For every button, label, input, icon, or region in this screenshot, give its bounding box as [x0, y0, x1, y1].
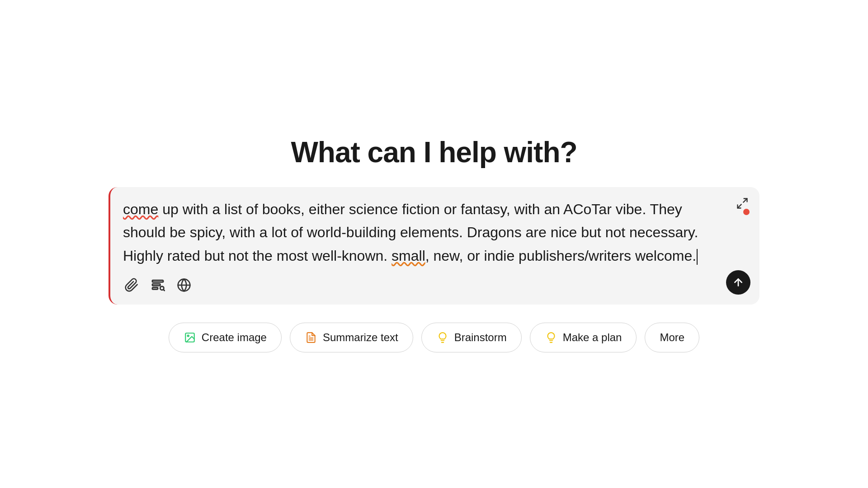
make-a-plan-button[interactable]: Make a plan [530, 323, 637, 352]
svg-line-0 [743, 199, 747, 202]
send-button[interactable] [726, 270, 750, 295]
svg-rect-2 [152, 280, 163, 282]
more-button[interactable]: More [645, 323, 699, 352]
spellcheck-word-come: come [123, 201, 158, 217]
document-icon [305, 331, 317, 344]
create-image-button[interactable]: Create image [169, 323, 282, 352]
tools-button[interactable] [149, 277, 166, 294]
make-a-plan-label: Make a plan [563, 331, 622, 344]
recording-indicator [743, 209, 750, 215]
svg-point-11 [187, 335, 189, 336]
svg-rect-3 [152, 284, 160, 286]
attach-button[interactable] [123, 277, 140, 294]
summarize-text-button[interactable]: Summarize text [290, 323, 413, 352]
svg-line-6 [164, 290, 165, 291]
input-text-content[interactable]: come up with a list of books, either sci… [123, 198, 747, 267]
image-icon [184, 331, 196, 344]
input-text-end: , new, or indie publishers/writers welco… [425, 248, 696, 264]
more-label: More [660, 331, 684, 344]
spellcheck-word-small: small [392, 248, 425, 264]
svg-rect-4 [152, 287, 158, 289]
main-container: What can I help with? come up with a lis… [108, 136, 760, 352]
create-image-label: Create image [202, 331, 267, 344]
brainstorm-bulb-icon [436, 331, 449, 344]
text-cursor [697, 249, 698, 265]
web-search-button[interactable] [175, 277, 193, 294]
page-title: What can I help with? [291, 136, 577, 169]
action-buttons-row: Create image Summarize text [169, 323, 699, 352]
plan-bulb-icon [545, 331, 557, 344]
brainstorm-button[interactable]: Brainstorm [421, 323, 522, 352]
input-toolbar [123, 277, 747, 294]
svg-line-1 [738, 205, 741, 208]
summarize-text-label: Summarize text [323, 331, 398, 344]
brainstorm-label: Brainstorm [454, 331, 507, 344]
input-area[interactable]: come up with a list of books, either sci… [108, 187, 760, 305]
